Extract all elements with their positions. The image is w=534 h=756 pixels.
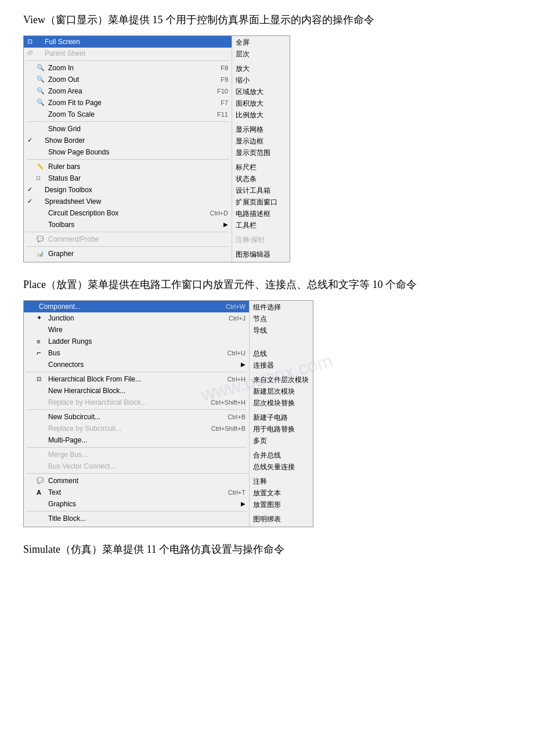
view-section: View（窗口显示）菜单提供 15 个用于控制仿真界面上显示的内容的操作命令 ⊡…	[23, 12, 511, 262]
menu-item-show-border[interactable]: Show Border	[24, 135, 232, 146]
menu-item-full-screen[interactable]: ⊡ Full Screen	[24, 36, 232, 48]
junction-label: Junction	[37, 314, 74, 322]
place-right-multipage: 多页	[250, 435, 313, 447]
ladder-icon: ≡	[37, 338, 40, 345]
menu-item-new-hier-block[interactable]: New Hierarchical Block...	[24, 385, 249, 397]
view-right-showgrid: 显示网格	[232, 124, 290, 136]
menu-item-title-block[interactable]: Title Block...	[24, 513, 249, 524]
text-icon: A	[37, 489, 41, 496]
menu-item-zoom-out[interactable]: 🔍 Zoom Out F9	[24, 74, 232, 85]
place-right-titleblock: 图明绑表	[250, 514, 313, 525]
menu-item-toolbars[interactable]: Toolbars ▶	[24, 219, 232, 231]
bus-icon: ⌐	[37, 348, 41, 357]
view-right-parentsheet: 层次	[232, 49, 290, 60]
junction-shortcut: Ctrl+J	[229, 315, 246, 322]
view-right-grapher: 图形编辑器	[232, 249, 290, 261]
spreadsheet-view-label: Spreadsheet View	[37, 197, 101, 206]
wire-label: Wire	[37, 326, 63, 334]
menu-item-ruler-bars[interactable]: 📏 Ruler bars	[24, 161, 232, 172]
title-block-label: Title Block...	[37, 514, 86, 523]
zoom-fit-label: Zoom Fit to Page	[37, 99, 102, 107]
menu-item-replace-subcircuit: Replace by Subcircuit... Ctrl+Shift+B	[24, 423, 249, 434]
place-right-wire: 导线	[250, 325, 313, 337]
place-menu-left: Component... Ctrl+W ✦ Junction Ctrl+J Wi…	[24, 301, 249, 527]
view-right-zoomscale: 比例放大	[232, 110, 290, 121]
zoom-area-icon: 🔍	[37, 87, 45, 95]
zoom-fit-shortcut: F7	[221, 99, 228, 106]
connectors-arrow-icon: ▶	[241, 361, 246, 368]
menu-item-zoom-fit[interactable]: 🔍 Zoom Fit to Page F7	[24, 97, 232, 109]
menu-item-replace-hier: Replace by Hierarchical Block... Ctrl+Sh…	[24, 397, 249, 408]
view-right-zoomarea: 区域放大	[232, 87, 290, 98]
view-right-spreadsheet: 扩展页面窗口	[232, 197, 290, 208]
place-menu-right: 组件选择 节点 导线 总线 连接器 来自文件层次模块 新建层次模块 层次模块替换…	[249, 301, 313, 527]
menu-item-zoom-scale[interactable]: Zoom To Scale F11	[24, 109, 232, 120]
menu-item-text[interactable]: A Text Ctrl+T	[24, 487, 249, 498]
menu-item-show-page-bounds[interactable]: Show Page Bounds	[24, 146, 232, 158]
menu-item-spreadsheet-view[interactable]: Spreadsheet View	[24, 196, 232, 207]
menu-item-multi-page[interactable]: Multi-Page...	[24, 434, 249, 446]
status-bar-icon: □	[37, 175, 40, 181]
circuit-desc-label: Circuit Description Box	[37, 209, 118, 217]
menu-item-graphics[interactable]: Graphics ▶	[24, 498, 249, 510]
place-right-connectors: 连接器	[250, 360, 313, 372]
toolbars-arrow-icon: ▶	[223, 221, 228, 228]
menu-item-status-bar[interactable]: □ Status Bar	[24, 172, 232, 184]
menu-item-bus-vector: Bus Vector Connect...	[24, 460, 249, 472]
menu-item-grapher[interactable]: 📊 Grapher	[24, 248, 232, 260]
menu-item-bus[interactable]: ⌐ Bus Ctrl+U	[24, 347, 249, 359]
comment-icon: 💬	[37, 477, 44, 484]
hier-icon: ⊡	[37, 376, 41, 382]
place-right-newhier: 新建层次模块	[250, 386, 313, 398]
graphics-label: Graphics	[37, 500, 76, 508]
toolbars-label: Toolbars	[37, 221, 74, 229]
menu-item-connectors[interactable]: Connectors ▶	[24, 359, 249, 370]
full-screen-icon: ⊡	[27, 38, 33, 45]
design-toolbox-label: Design Toolbox	[37, 186, 92, 194]
menu-item-wire[interactable]: Wire	[24, 324, 249, 336]
separator-5	[26, 246, 229, 247]
place-right-bus: 总线	[250, 348, 313, 360]
place-sep-1	[26, 372, 247, 372]
view-right-rulerbars: 标尺栏	[232, 162, 290, 174]
view-right-circuitdesc: 电路描述框	[232, 208, 290, 220]
view-right-designtoolbox: 设计工具箱	[232, 185, 290, 197]
menu-item-place-comment[interactable]: 💬 Comment	[24, 475, 249, 487]
separator-4	[26, 232, 229, 232]
place-menu: Component... Ctrl+W ✦ Junction Ctrl+J Wi…	[23, 300, 313, 527]
view-menu: ⊡ Full Screen 🗗 Parent Sheet 🔍 Zoom In F…	[23, 35, 290, 262]
zoom-out-shortcut: F9	[221, 76, 228, 83]
show-page-bounds-label: Show Page Bounds	[37, 148, 109, 156]
grapher-icon: 📊	[37, 250, 44, 257]
status-bar-label: Status Bar	[37, 174, 81, 182]
menu-item-zoom-in[interactable]: 🔍 Zoom In F8	[24, 62, 232, 74]
place-sep-2	[26, 409, 247, 410]
simulate-section-title: Simulate（仿真）菜单提供 11 个电路仿真设置与操作命令	[23, 541, 511, 558]
menu-item-design-toolbox[interactable]: Design Toolbox	[24, 184, 232, 196]
separator-1	[26, 60, 229, 61]
ladder-rungs-label: Ladder Rungs	[37, 337, 92, 345]
circuit-desc-shortcut: Ctrl+D	[210, 210, 228, 217]
show-grid-label: Show Grid	[37, 125, 81, 133]
zoom-fit-icon: 🔍	[37, 99, 45, 106]
connectors-label: Connectors	[37, 361, 84, 369]
view-section-title: View（窗口显示）菜单提供 15 个用于控制仿真界面上显示的内容的操作命令	[23, 12, 511, 28]
place-right-busvector: 总线矢量连接	[250, 462, 313, 473]
full-screen-label: Full Screen	[37, 38, 80, 46]
ruler-bars-icon: 📏	[37, 163, 44, 170]
menu-item-component[interactable]: Component... Ctrl+W	[24, 301, 249, 312]
menu-item-zoom-area[interactable]: 🔍 Zoom Area F10	[24, 85, 232, 97]
menu-item-new-subcircuit[interactable]: New Subcircuit... Ctrl+B	[24, 411, 249, 423]
menu-item-hier-block-file[interactable]: ⊡ Hierarchical Block From File... Ctrl+H	[24, 373, 249, 385]
menu-item-junction[interactable]: ✦ Junction Ctrl+J	[24, 312, 249, 324]
place-right-text: 放置文本	[250, 488, 313, 499]
zoom-in-shortcut: F8	[221, 64, 228, 71]
place-right-component: 组件选择	[250, 302, 313, 314]
place-right-replacehier: 层次模块替换	[250, 398, 313, 409]
place-right-hierfile: 来自文件层次模块	[250, 375, 313, 386]
new-subcircuit-shortcut: Ctrl+B	[228, 413, 246, 420]
menu-item-ladder-rungs[interactable]: ≡ Ladder Rungs	[24, 336, 249, 347]
menu-item-circuit-desc[interactable]: Circuit Description Box Ctrl+D	[24, 207, 232, 219]
zoom-scale-shortcut: F11	[217, 111, 228, 118]
menu-item-show-grid[interactable]: Show Grid	[24, 123, 232, 135]
